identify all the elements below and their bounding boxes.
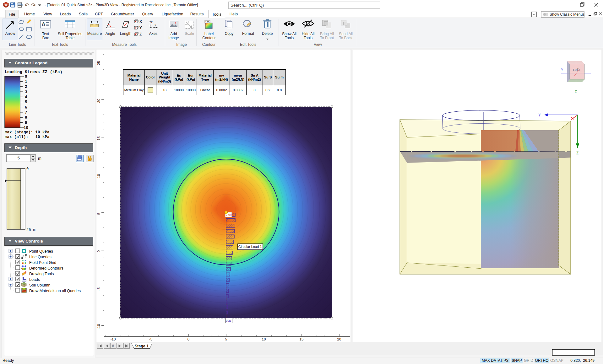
- svg-text:1: 1: [25, 80, 27, 84]
- svg-text:9: 9: [25, 121, 27, 125]
- svg-text:x: x: [154, 24, 156, 27]
- svg-text:Stage 1: Stage 1: [135, 344, 149, 348]
- svg-text:Y: Y: [538, 113, 541, 117]
- svg-text:A: A: [41, 21, 46, 28]
- svg-text:Y: Y: [139, 26, 142, 30]
- svg-text:10: 10: [262, 337, 266, 341]
- svg-text:y: y: [151, 20, 153, 23]
- svg-text:20: 20: [337, 337, 341, 341]
- svg-text:-5: -5: [97, 287, 100, 291]
- svg-text:-10: -10: [97, 324, 100, 329]
- svg-text:0.23: 0.23: [226, 319, 231, 322]
- svg-text:#: #: [112, 344, 114, 348]
- svg-text:Left: Left: [573, 68, 580, 72]
- svg-text:4: 4: [25, 95, 27, 99]
- svg-text:-10: -10: [111, 337, 116, 341]
- svg-text:Circular Load 1: Circular Load 1: [238, 245, 262, 249]
- svg-text:0: 0: [25, 75, 27, 79]
- svg-text:Show Classic Menus: Show Classic Menus: [550, 12, 584, 17]
- svg-text:5: 5: [225, 337, 227, 341]
- svg-text:Y: Y: [561, 68, 563, 72]
- svg-text:5: 5: [97, 213, 100, 215]
- svg-text:Search... (Ctrl+Q): Search... (Ctrl+Q): [231, 3, 264, 8]
- svg-text:20: 20: [97, 99, 100, 103]
- svg-text:8: 8: [25, 115, 27, 120]
- svg-text:25 m: 25 m: [26, 228, 35, 232]
- svg-text:7: 7: [25, 110, 27, 115]
- svg-text:0: 0: [97, 250, 100, 252]
- svg-text:2: 2: [25, 85, 27, 89]
- svg-text:6: 6: [25, 105, 27, 110]
- svg-text:3: 3: [25, 90, 27, 94]
- svg-text:0: 0: [26, 167, 29, 171]
- svg-text:5: 5: [25, 100, 27, 104]
- svg-text:Z: Z: [576, 151, 579, 155]
- svg-text:10: 10: [24, 126, 28, 130]
- svg-text:15: 15: [97, 136, 100, 141]
- svg-text:-5: -5: [149, 337, 152, 341]
- svg-text:Z: Z: [575, 90, 577, 94]
- svg-text:10: 10: [97, 174, 100, 178]
- svg-text:Z: Z: [139, 32, 142, 36]
- svg-text:0: 0: [187, 337, 189, 341]
- svg-text:15: 15: [300, 337, 304, 341]
- svg-text:- [Tutorial 01 Quick Start.s3z: - [Tutorial 01 Quick Start.s3z - Plan/3D…: [45, 3, 198, 7]
- svg-text:X: X: [139, 19, 142, 24]
- svg-text:25: 25: [97, 61, 100, 65]
